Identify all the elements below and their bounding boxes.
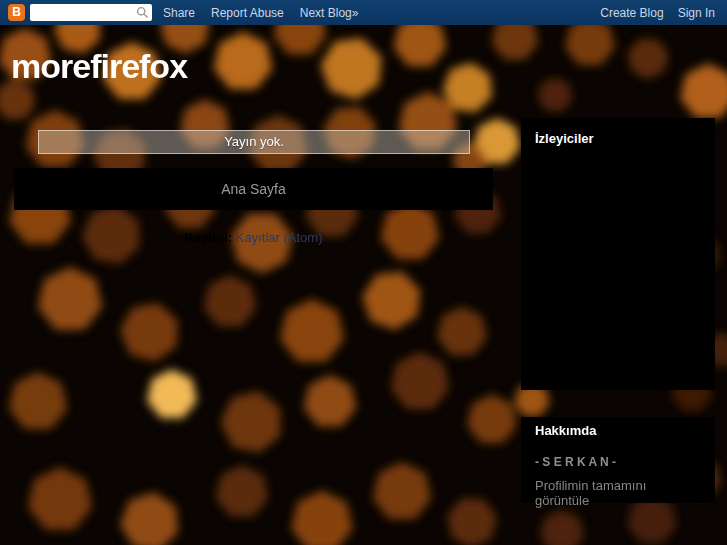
navbar-right-links: Create Blog Sign In bbox=[586, 6, 715, 20]
nav-tab-home[interactable]: Ana Sayfa bbox=[14, 168, 493, 210]
about-title: Hakkımda bbox=[535, 423, 701, 438]
blog-title: morefirefox bbox=[11, 47, 187, 86]
profile-name-link[interactable]: - S E R K A N - bbox=[535, 455, 701, 469]
share-link[interactable]: Share bbox=[163, 6, 195, 20]
search-icon[interactable] bbox=[136, 6, 149, 19]
next-blog-link[interactable]: Next Blog» bbox=[300, 6, 359, 20]
subscribe-line: Kaydol: Kayıtlar (Atom) bbox=[14, 230, 493, 245]
subscribe-atom-link[interactable]: Kayıtlar (Atom) bbox=[236, 230, 323, 245]
create-blog-link[interactable]: Create Blog bbox=[600, 6, 663, 20]
blogger-page: B Share Report Abuse Next Blog» Create B… bbox=[0, 0, 727, 545]
view-full-profile-link[interactable]: Profilimin tamamını görüntüle bbox=[535, 478, 701, 508]
about-widget: Hakkımda - S E R K A N - Profilimin tama… bbox=[521, 417, 715, 503]
blogger-logo-icon[interactable]: B bbox=[8, 4, 25, 21]
search-input[interactable] bbox=[30, 4, 152, 21]
followers-title: İzleyiciler bbox=[535, 131, 701, 146]
report-abuse-link[interactable]: Report Abuse bbox=[211, 6, 284, 20]
subscribe-label: Kaydol: bbox=[185, 230, 233, 245]
blogger-navbar: B Share Report Abuse Next Blog» Create B… bbox=[0, 0, 727, 25]
navbar-search bbox=[30, 4, 152, 21]
sign-in-link[interactable]: Sign In bbox=[678, 6, 715, 20]
followers-widget: İzleyiciler bbox=[521, 118, 715, 390]
status-message: Yayın yok. bbox=[38, 130, 470, 154]
